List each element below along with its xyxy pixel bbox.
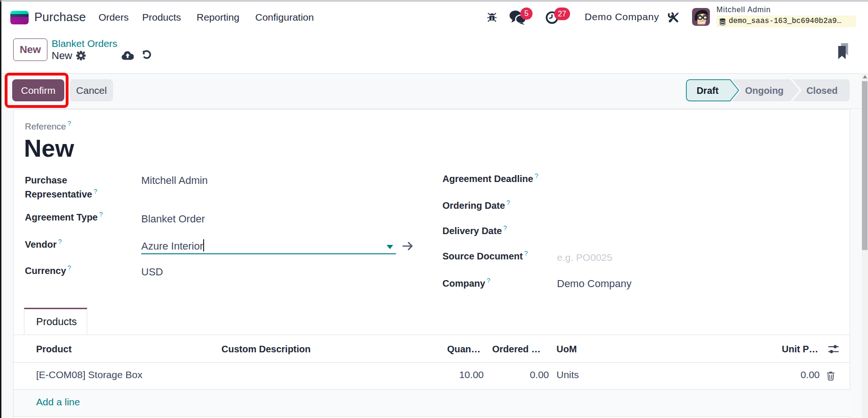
- svg-text:Closed: Closed: [807, 85, 838, 96]
- svg-text:Draft: Draft: [697, 85, 719, 96]
- svg-text:Ongoing: Ongoing: [745, 85, 784, 96]
